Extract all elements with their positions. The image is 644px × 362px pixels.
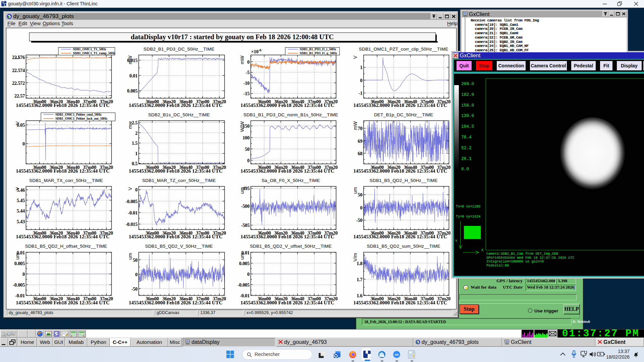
svg-text:0: 0 — [247, 158, 250, 163]
svg-text:SDB1_MAR_TZ_corr_50Hz__TIME: SDB1_MAR_TZ_corr_50Hz__TIME — [142, 178, 216, 183]
svg-text:1455453362.0000 Feb18 2026 12:: 1455453362.0000 Feb18 2026 12:35:44 UTC — [16, 234, 110, 239]
svg-text:156.8: 156.8 — [461, 103, 474, 108]
svg-text:GPS=1455453464 Wed Feb 18 12:3: GPS=1455453464 Wed Feb 18 12:37:26 2026 … — [486, 256, 574, 260]
svg-text:1455453362.0000 Feb18 2026 12:: 1455453362.0000 Feb18 2026 12:35:44 UTC — [240, 234, 334, 239]
svg-text:0.5: 0.5 — [132, 161, 138, 166]
svg-text:SDB2_B1_PD3_DC_50Hz__TIME: SDB2_B1_PD3_DC_50Hz__TIME — [144, 46, 214, 51]
svg-text:5.43: 5.43 — [17, 219, 25, 224]
svg-text:0: 0 — [360, 205, 363, 210]
svg-text:-5: -5 — [246, 70, 250, 75]
svg-text:1455453362.0000 Feb18 2026 12:: 1455453362.0000 Feb18 2026 12:35:44 UTC — [16, 103, 110, 108]
svg-text:50: 50 — [245, 146, 250, 152]
svg-text:um: um — [127, 253, 133, 259]
svg-text:1.5: 1.5 — [132, 140, 138, 146]
svg-text:0: 0 — [135, 272, 138, 277]
svg-text:-50: -50 — [356, 218, 362, 223]
svg-text:×10-6: ×10-6 — [251, 48, 262, 54]
svg-text:-0.005: -0.005 — [237, 282, 250, 287]
svg-text:70: 70 — [358, 126, 363, 131]
svg-text:Pedestal:NO: Pedestal:NO — [486, 263, 509, 267]
svg-text:-0.005: -0.005 — [125, 198, 138, 204]
svg-text:C: C — [15, 56, 20, 59]
svg-text:mW: mW — [127, 55, 133, 64]
svg-text:0.005: 0.005 — [239, 260, 250, 266]
svg-text:1.6: 1.6 — [357, 293, 362, 298]
svg-text:Y: Y — [455, 239, 458, 243]
svg-text:V: V — [15, 187, 20, 190]
svg-text:SDB1_OMC1_PZT_corr_clip_50Hz__: SDB1_OMC1_PZT_corr_clip_50Hz__TIME — [359, 46, 448, 51]
svg-text:1455453362.0000 Feb18 2026 12:: 1455453362.0000 Feb18 2026 12:35:44 UTC — [353, 234, 447, 239]
svg-text:0.0: 0.0 — [461, 167, 469, 172]
svg-text:V: V — [15, 121, 20, 124]
svg-text:69: 69 — [358, 138, 363, 143]
svg-text:-0.015: -0.015 — [125, 222, 138, 227]
svg-text:V/m: V/m — [353, 253, 358, 261]
svg-text:Sa_OB_F0_X_50Hz__TIME: Sa_OB_F0_X_50Hz__TIME — [262, 178, 320, 183]
svg-text:-505: -505 — [241, 223, 250, 228]
svg-text:1455453362.0000 Feb18 2026 12:: 1455453362.0000 Feb18 2026 12:35:44 UTC — [129, 300, 223, 305]
svg-text:182.9: 182.9 — [461, 92, 474, 97]
svg-text:SDB2_B1s_DC_50Hz__TIME: SDB2_B1s_DC_50Hz__TIME — [148, 112, 210, 117]
svg-text:-0.005: -0.005 — [13, 282, 25, 287]
svg-text:209.0: 209.0 — [461, 81, 474, 86]
svg-text:SDB1_OMC1_Peltier_cmd_50Hz: SDB1_OMC1_Peltier_cmd_50Hz — [55, 113, 102, 116]
svg-text:1455453362.0000 Feb18 2026 12:: 1455453362.0000 Feb18 2026 12:35:44 UTC — [353, 168, 447, 174]
svg-text:fy=0 ny=1024: fy=0 ny=1024 — [456, 215, 480, 219]
svg-text:-0.01: -0.01 — [240, 293, 250, 298]
svg-text:1: 1 — [360, 65, 363, 70]
svg-text:1.7: 1.7 — [357, 277, 362, 282]
svg-text:1455453362.0000 Feb18 2026 12:: 1455453362.0000 Feb18 2026 12:35:44 UTC — [353, 300, 447, 305]
svg-text:SDB1_B5_QD2_V_offset_50Hz__TIM: SDB1_B5_QD2_V_offset_50Hz__TIME — [250, 244, 332, 249]
svg-text:100: 100 — [243, 135, 250, 140]
svg-text:0: 0 — [360, 77, 363, 83]
svg-text:SDB1_B5_QD2_V_50Hz__TIME: SDB1_B5_QD2_V_50Hz__TIME — [145, 244, 213, 249]
svg-text:DET_B1p_DC_50Hz__TIME: DET_B1p_DC_50Hz__TIME — [374, 112, 433, 117]
svg-text:0: 0 — [22, 271, 25, 277]
svg-text:-10: -10 — [244, 80, 250, 85]
svg-text:26.1: 26.1 — [461, 156, 472, 161]
svg-text:2: 2 — [135, 130, 138, 135]
svg-text:um: um — [239, 187, 245, 194]
svg-text:mw: mw — [127, 121, 133, 129]
svg-text:SDB1_B5_QD2_sum_50Hz__TIME: SDB1_B5_QD2_sum_50Hz__TIME — [367, 244, 440, 249]
svg-text:-500: -500 — [241, 203, 250, 209]
svg-text:1455453362.0000 Feb18 2026 12:: 1455453362.0000 Feb18 2026 12:35:44 UTC — [240, 103, 334, 108]
svg-text:1455453362.0000 Feb18 2026 12:: 1455453362.0000 Feb18 2026 12:35:44 UTC — [240, 168, 334, 174]
svg-text:mW: mW — [353, 121, 358, 130]
svg-text:V: V — [127, 187, 133, 190]
svg-text:SDB1_B1_PD3_DC_norm_B1s_50Hz__: SDB1_B1_PD3_DC_norm_B1s_50Hz__TIME — [244, 112, 338, 117]
svg-text:52.2: 52.2 — [461, 145, 471, 150]
svg-text:0.005: 0.005 — [14, 260, 25, 266]
svg-text:-0.01: -0.01 — [15, 293, 25, 298]
svg-text:104.5: 104.5 — [461, 124, 474, 129]
svg-text:SDB1_OMC1_Peltier_lock_out_50H: SDB1_OMC1_Peltier_lock_out_50Hz — [55, 117, 108, 120]
svg-text:SDB1_OMC1_T1_ramp_50Hz: SDB1_OMC1_T1_ramp_50Hz — [73, 51, 115, 55]
svg-text:1455453362.0000 Feb18 2026 12:: 1455453362.0000 Feb18 2026 12:35:44 UTC — [353, 103, 447, 108]
svg-text:0: 0 — [135, 187, 138, 192]
svg-text:1455453362.0000 Feb18 2026 12:: 1455453362.0000 Feb18 2026 12:35:44 UTC — [129, 103, 223, 108]
svg-text:fx=0 nx=1280: fx=0 nx=1280 — [456, 204, 480, 208]
svg-text:1455453362.0000 Feb18 2026 12:: 1455453362.0000 Feb18 2026 12:35:44 UTC — [129, 168, 223, 174]
svg-text:SDB1_B1_PD3_f1_i_50Hz: SDB1_B1_PD3_f1_i_50Hz — [300, 47, 336, 51]
svg-text:W/W: W/W — [239, 121, 245, 132]
svg-text:130.6: 130.6 — [461, 113, 474, 118]
svg-text:68: 68 — [358, 150, 363, 156]
svg-text:1455453362.0000 Feb18 2026 12:: 1455453362.0000 Feb18 2026 12:35:44 UTC — [16, 300, 110, 305]
svg-text:X: X — [481, 248, 484, 252]
svg-text:22.572: 22.572 — [12, 80, 25, 85]
svg-text:0: 0 — [22, 141, 25, 146]
svg-text:5.45: 5.45 — [17, 197, 25, 203]
svg-text:zm: zm — [394, 353, 399, 356]
svg-text:22.57: 22.57 — [14, 93, 25, 98]
svg-text:um: um — [15, 253, 20, 259]
svg-text:SDB1_OMC1_T1_50Hz: SDB1_OMC1_T1_50Hz — [73, 47, 106, 51]
svg-text:1455453362.0000 Feb18 2026 12:: 1455453362.0000 Feb18 2026 12:35:44 UTC — [240, 300, 334, 305]
svg-text:1455453362.0000 Feb18 2026 12:: 1455453362.0000 Feb18 2026 12:35:44 UTC — [129, 234, 223, 239]
svg-text:-1: -1 — [359, 90, 363, 96]
svg-text:0.01: 0.01 — [129, 73, 138, 78]
svg-text:mW: mW — [239, 55, 245, 64]
svg-text:78.4: 78.4 — [461, 135, 472, 140]
svg-text:0.005: 0.005 — [127, 88, 138, 94]
svg-text:SDB1_MAR_TX_corr_50Hz__TIME: SDB1_MAR_TX_corr_50Hz__TIME — [29, 178, 103, 183]
svg-text:50: 50 — [358, 192, 363, 197]
